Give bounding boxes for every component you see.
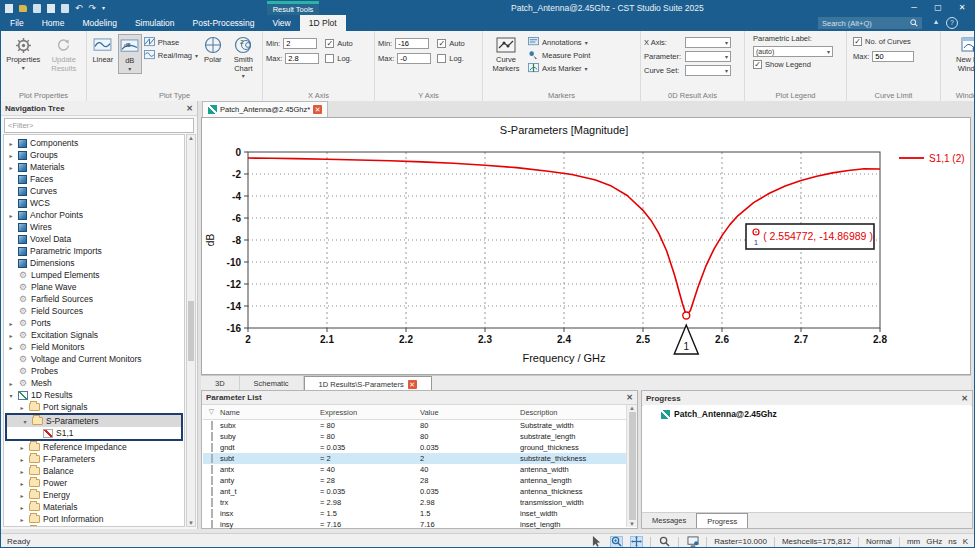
tree-item-efficiencies[interactable]: ▸Efficiencies (4, 525, 184, 527)
tree-item-lumped-elements[interactable]: ⚙Lumped Elements (4, 269, 184, 281)
tree-item-materials[interactable]: ▸Materials (4, 501, 184, 513)
menu-tab-simulation[interactable]: Simulation (126, 15, 184, 31)
close-tab-icon[interactable]: ✕ (408, 380, 417, 389)
cursor-tool-icon[interactable] (590, 536, 603, 548)
save-icon[interactable] (33, 4, 41, 13)
tree-item-field-sources[interactable]: ⚙Field Sources (4, 305, 184, 317)
x-min-input[interactable] (283, 38, 317, 49)
polar-button[interactable]: Polar (200, 34, 226, 65)
tree-item-faces[interactable]: Faces (4, 173, 184, 185)
tree-item-energy[interactable]: ▸Energy (4, 489, 184, 501)
tree-item-s1-1[interactable]: S1,1 (7, 427, 181, 439)
progress-tab-messages[interactable]: Messages (642, 513, 696, 528)
y-min-input[interactable] (395, 38, 429, 49)
curve-markers-button[interactable]: Curve Markers (486, 34, 526, 73)
view-tab-schematic[interactable]: Schematic (240, 376, 304, 391)
save-all-icon[interactable] (47, 4, 55, 13)
close-tab-icon[interactable]: ✕ (313, 105, 322, 114)
linear-button[interactable]: Linear (90, 34, 116, 65)
tree-item-materials[interactable]: ▸Materials (4, 161, 184, 173)
minimize-button[interactable]: ─ (902, 1, 926, 14)
parameter-row-insx[interactable]: insx= 1.51.5inset_width (203, 508, 636, 519)
curve-limit-max-input[interactable] (872, 51, 914, 62)
parametric-label-select[interactable]: (auto)▾ (753, 46, 833, 57)
parameter-row-subx[interactable]: subx= 8080Substrate_width (203, 420, 636, 431)
progress-tab-progress[interactable]: Progress (696, 513, 748, 528)
y-log-checkbox[interactable]: Log. (437, 54, 464, 63)
y-auto-checkbox[interactable]: ✓Auto (437, 39, 464, 48)
tree-item-anchor-points[interactable]: ▸Anchor Points (4, 209, 184, 221)
open-file-icon[interactable] (19, 5, 27, 12)
parameter-row-gndt[interactable]: gndt= 0.0350.035ground_thickness (203, 442, 636, 453)
tree-filter-input[interactable]: <Filter> (4, 118, 194, 133)
column-header-expression[interactable]: Expression (317, 408, 417, 417)
menu-tab-1d-plot[interactable]: 1D Plot (300, 15, 346, 31)
parameter-row-insy[interactable]: insy= 7.167.16inset_length (203, 519, 636, 530)
smith-chart-button[interactable]: Z Smith Chart ▾ (228, 34, 259, 80)
tree-item-parametric-imports[interactable]: Parametric Imports (4, 245, 184, 257)
new-file-icon[interactable] (5, 4, 13, 13)
tree-item-1d-results[interactable]: ▾1D Results (4, 389, 184, 401)
tree-item-wcs[interactable]: WCS (4, 197, 184, 209)
show-legend-checkbox[interactable]: ✓Show Legend (753, 60, 811, 69)
pan-tool-icon[interactable] (630, 536, 643, 548)
tree-item-probes[interactable]: ⚙Probes (4, 365, 184, 377)
parameter-row-suby[interactable]: suby= 8080substrate_length (203, 431, 636, 442)
qat-more-icon[interactable]: ▾ (102, 3, 105, 13)
parameter-row-subt[interactable]: subt= 22substrate_thickness (203, 453, 636, 464)
tree-item-f-parameters[interactable]: ▸F-Parameters (4, 453, 184, 465)
x-auto-checkbox[interactable]: ✓Auto (325, 39, 352, 48)
menu-tab-file[interactable]: File (1, 15, 33, 31)
tree-scrollbar[interactable]: ▲▼ (186, 134, 196, 527)
tree-item-port-signals[interactable]: ▸Port signals (4, 401, 184, 413)
column-header-name[interactable]: Name (217, 408, 317, 417)
update-results-button[interactable]: Update Results (45, 34, 84, 73)
properties-button[interactable]: Properties ▾ (4, 34, 43, 72)
redo-icon[interactable]: ↷ (89, 3, 97, 13)
tree-item-groups[interactable]: ▸Groups (4, 149, 184, 161)
tree-item-balance[interactable]: ▸Balance (4, 465, 184, 477)
close-icon[interactable]: ✕ (626, 393, 633, 402)
tree-item-excitation-signals[interactable]: ▸⚙Excitation Signals (4, 329, 184, 341)
close-button[interactable]: ✕ (950, 1, 974, 14)
tree-item-mesh[interactable]: ▸⚙Mesh (4, 377, 184, 389)
tree-item-field-monitors[interactable]: ▸⚙Field Monitors (4, 341, 184, 353)
no-of-curves-checkbox[interactable]: ✓No. of Curves (853, 37, 911, 46)
tree-item-components[interactable]: ▸Components (4, 137, 184, 149)
menu-tab-modeling[interactable]: Modeling (73, 15, 126, 31)
menu-tab-view[interactable]: View (263, 15, 299, 31)
fit-view-icon[interactable] (686, 536, 699, 548)
view-tab-3d[interactable]: 3D (201, 376, 240, 391)
maximize-button[interactable]: ▢ (926, 1, 950, 14)
search-icon[interactable] (910, 19, 918, 27)
parameter-row-ant-t[interactable]: ant_t= 0.0350.035antenna_thickness (203, 486, 636, 497)
0d-parameter-select[interactable]: ▾ (685, 51, 731, 62)
new-plot-window-button[interactable]: New Plot Window (945, 34, 975, 73)
tree-item-power[interactable]: ▸Power (4, 477, 184, 489)
zoom-tool-icon[interactable] (658, 536, 671, 548)
0d-x-axis-select[interactable]: ▾ (685, 37, 731, 48)
parameter-row-anty[interactable]: anty= 2828antenna_length (203, 475, 636, 486)
curve-minimum-marker[interactable] (683, 312, 690, 319)
tree-item-reference-impedance[interactable]: ▸Reference Impedance (4, 441, 184, 453)
view-tab-1d-results-s-parameters[interactable]: 1D Results\S-Parameters✕ (304, 376, 432, 391)
tree-item-s-parameters[interactable]: ▾S-Parameters (7, 415, 181, 427)
tree-item-voxel-data[interactable]: Voxel Data (4, 233, 184, 245)
tree-item-wires[interactable]: Wires (4, 221, 184, 233)
close-icon[interactable]: ✕ (186, 104, 193, 113)
tree-item-dimensions[interactable]: Dimensions (4, 257, 184, 269)
parameter-row-antx[interactable]: antx= 4040antenna_width (203, 464, 636, 475)
x-max-input[interactable] (285, 53, 319, 64)
tree-item-plane-wave[interactable]: ⚙Plane Wave (4, 281, 184, 293)
annotations-button[interactable]: Annotations ▾ (528, 37, 590, 47)
collapse-ribbon-icon[interactable]: ▴ (934, 17, 938, 26)
y-max-input[interactable] (397, 53, 431, 64)
zoom-in-tool-icon[interactable] (610, 536, 623, 548)
tab-patch-antenna[interactable]: Patch_Antenna@2.45Ghz* ✕ (202, 101, 328, 117)
help-icon[interactable]: ? (946, 17, 958, 29)
tree-item-port-information[interactable]: ▸Port Information (4, 513, 184, 525)
0d-curve-set-select[interactable]: ▾ (685, 65, 731, 76)
tree-item-voltage-and-current-monitors[interactable]: ⚙Voltage and Current Monitors (4, 353, 184, 365)
menu-tab-post-processing[interactable]: Post-Processing (184, 15, 264, 31)
x-log-checkbox[interactable]: Log. (325, 54, 352, 63)
